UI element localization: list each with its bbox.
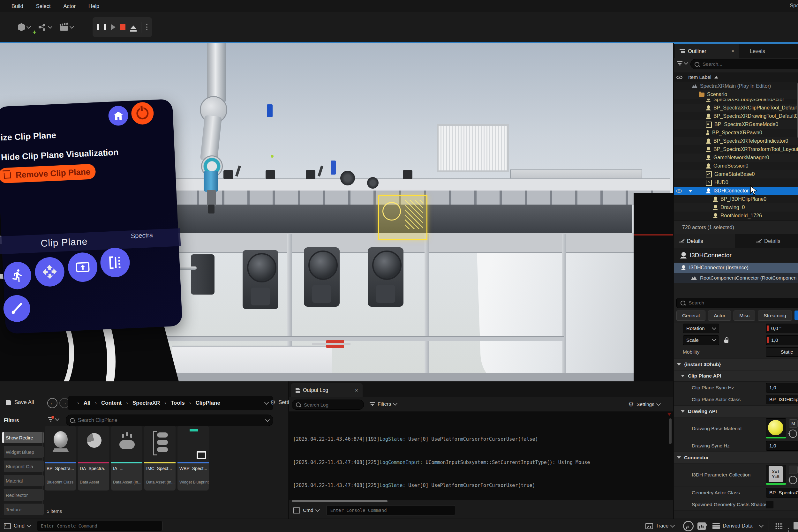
clip-sync-value-field[interactable]: 1,0 [766,383,798,393]
mobility-static-button[interactable]: Static [766,347,798,357]
outliner-row[interactable]: BP_SpectraXRTransformTool_LayoutF [674,145,798,153]
outliner-search-input[interactable]: Search... [690,59,798,69]
outliner-column-header[interactable]: Item Label [674,73,798,82]
eye-icon[interactable] [677,75,682,80]
outliner-row[interactable]: GameNetworkManager0 [674,153,798,162]
outliner-row[interactable]: BP_SpectraXRGameMode0 [674,120,798,129]
status-kebab-icon[interactable] [788,528,789,529]
viewport-3d[interactable]: lize Clip Plane Hide Clip Plane Visualiz… [0,43,673,381]
log-search-input[interactable]: Search Log [292,400,364,410]
outliner-row[interactable]: HUD0 [674,178,798,187]
breadcrumb-item[interactable]: ClipPlane [185,400,220,406]
snapshot-icon[interactable] [698,522,706,530]
rotation-value-field[interactable]: 0,0 ° [766,324,798,333]
tab-output-log[interactable]: Output Log × [291,383,363,397]
menu-item[interactable]: Select [30,3,57,9]
details-component-row[interactable]: RootComponentConnector (RootComponen [674,273,798,283]
scale-dropdown[interactable]: Scale [683,336,719,345]
outliner-row[interactable]: BP_SpectraXRDrawingTool_Default0 [674,112,798,120]
drawing-sync-value-field[interactable]: 1,0 [766,441,798,451]
chevron-down-icon[interactable] [316,507,320,512]
clip-class-dropdown[interactable]: BP_I3DHClipP [766,395,798,404]
back-button[interactable]: ← [47,398,57,408]
menu-item[interactable]: Help [82,3,106,9]
expander-icon[interactable] [688,190,692,192]
asset-tile[interactable]: IA_... Data Asset (In... [111,426,142,491]
section-clip-plane-api[interactable]: Clip Plane API [674,370,798,382]
asset-tile[interactable]: IMC_Spect... Data Asset (In... [144,426,175,491]
tab-levels[interactable]: Levels [742,44,798,58]
visibility-eye-cell[interactable] [674,189,684,193]
category-filter-button[interactable]: Streaming [758,310,792,321]
pause-button[interactable] [97,24,106,30]
log-settings-button[interactable]: ⚙ Settings [628,401,660,407]
use-selected-icon[interactable] [789,430,797,438]
close-icon[interactable]: × [731,48,735,55]
filter-chip[interactable]: Show Redire [2,432,44,443]
resume-button[interactable] [111,24,116,30]
param-badge[interactable] [789,466,798,474]
breadcrumb-item[interactable]: SpectraXR [121,400,160,406]
outliner-row[interactable]: BP_SpectraXRTeleportIndicator0 [674,137,798,145]
insights-icon[interactable] [683,521,694,531]
category-filter-button[interactable]: Actor [708,310,731,321]
outliner-row[interactable]: GameStateBase0 [674,170,798,178]
source-control-grid-icon[interactable] [775,523,783,529]
derived-data-button[interactable]: Derived Data [712,519,763,532]
filter-chip[interactable]: Widget Bluep [2,446,44,458]
breadcrumb-item[interactable]: All [73,400,90,406]
eject-button[interactable] [130,25,137,29]
outliner-scrollbar[interactable] [797,83,798,137]
chevron-down-icon[interactable] [27,523,31,527]
rotation-dropdown[interactable]: Rotation [683,324,719,333]
menu-item[interactable]: Actor [57,3,82,9]
outliner-row[interactable]: BP_I3DHClipPlane0 [674,195,798,203]
log-horizontal-scrollbar[interactable] [292,500,387,502]
category-filter-button[interactable]: General [677,310,705,321]
geometry-class-dropdown[interactable]: BP_SpectraG [766,488,798,497]
log-lines[interactable]: [2025.04.22-11.43.46:874][193]LogSlate: … [289,412,677,500]
trace-button[interactable]: Trace [645,519,674,532]
asset-tile[interactable]: WBP_Spect... Widget Blueprint [177,426,209,491]
filter-chip[interactable]: Material [2,475,44,486]
log-console-input[interactable]: Enter Console Command [326,505,455,515]
filter-chip[interactable]: Blueprint Cla [2,460,44,472]
details-instance-row[interactable]: I3DHConnector (Instance) [674,263,798,273]
parameter-collection-thumbnail[interactable]: X=1 Y=5 [766,465,786,485]
add-actor-button[interactable]: + [18,23,30,31]
asset-tile[interactable]: BP_Spectra... Blueprint Class [45,426,76,491]
outliner-row[interactable]: Scenario [674,90,798,99]
asset-tile[interactable]: DA_Spectra. Data Asset [78,426,109,491]
material-badge[interactable]: M [789,419,798,428]
status-console-input[interactable]: Enter Console Command [37,521,163,531]
log-filters-button[interactable]: Filters [369,401,397,407]
details-search-input[interactable]: Search [677,298,798,308]
outliner-row[interactable]: SpectraXRMain (Play In Editor) [674,82,798,90]
filter-chip[interactable]: Texture [2,504,44,515]
tab-details-left[interactable]: Details [674,234,735,248]
outliner-row[interactable]: Drawing_0_ [674,203,798,212]
outliner-row[interactable]: BP_SpectraXRClipPlaneTool_Default0 [674,104,798,112]
stop-button[interactable] [120,24,126,30]
category-filter-button-clipped[interactable] [795,310,798,320]
close-icon[interactable]: × [355,387,358,394]
outliner-row[interactable]: SpectraXRLobbyScenarioActor [674,99,798,104]
breadcrumb-item[interactable]: Content [90,400,121,406]
section-instant-3dhub[interactable]: {instant 3Dhub} [674,359,798,370]
content-filter-button[interactable] [48,417,59,422]
play-options-kebab-icon[interactable] [146,24,148,25]
section-drawing-api[interactable]: Drawing API [674,406,798,417]
outliner-filter-button[interactable] [677,61,687,65]
blueprints-button[interactable] [39,24,52,30]
cinematics-button[interactable] [60,24,73,31]
outliner-row[interactable]: BP_SpectraXRPawn0 [674,129,798,137]
log-vertical-scrollbar[interactable] [669,418,671,444]
tab-outliner[interactable]: Outliner × [675,44,739,58]
chevron-down-icon[interactable] [264,400,269,404]
outliner-row[interactable]: I3DHConnector [674,187,798,195]
breadcrumb-item[interactable]: Tools [160,400,185,406]
use-selected-icon[interactable] [789,476,797,484]
section-connector[interactable]: Connector [674,452,798,463]
tab-details-right[interactable]: Details [751,234,785,248]
lock-icon[interactable] [724,340,728,343]
